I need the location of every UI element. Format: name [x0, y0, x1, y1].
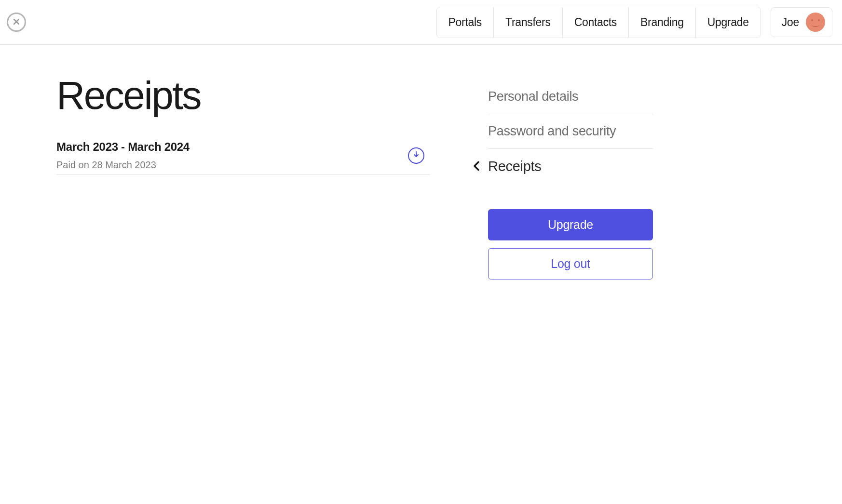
- sidebar-item-receipts[interactable]: Receipts: [488, 149, 653, 184]
- receipt-info: March 2023 - March 2024 Paid on 28 March…: [56, 140, 408, 171]
- content: Receipts March 2023 - March 2024 Paid on…: [0, 45, 842, 279]
- user-name: Joe: [782, 16, 799, 29]
- logout-button[interactable]: Log out: [488, 248, 653, 279]
- nav-upgrade[interactable]: Upgrade: [696, 7, 761, 38]
- download-receipt-button[interactable]: [408, 147, 424, 164]
- nav-portals[interactable]: Portals: [437, 7, 494, 38]
- download-icon: [413, 151, 420, 159]
- receipt-row: March 2023 - March 2024 Paid on 28 March…: [56, 140, 430, 175]
- sidebar-item-label: Password and security: [488, 124, 616, 138]
- sidebar-item-label: Receipts: [488, 159, 541, 174]
- settings-sidebar: Personal details Password and security R…: [488, 74, 653, 279]
- close-button[interactable]: [7, 13, 26, 32]
- chevron-left-icon: [473, 159, 480, 174]
- nav-transfers[interactable]: Transfers: [494, 7, 563, 38]
- header-right: Portals Transfers Contacts Branding Upgr…: [436, 7, 832, 38]
- sidebar-buttons: Upgrade Log out: [488, 209, 653, 279]
- upgrade-button[interactable]: Upgrade: [488, 209, 653, 240]
- user-menu[interactable]: Joe: [771, 7, 832, 37]
- main-column: Receipts March 2023 - March 2024 Paid on…: [56, 74, 430, 279]
- receipt-period: March 2023 - March 2024: [56, 140, 408, 154]
- main-nav: Portals Transfers Contacts Branding Upgr…: [436, 7, 761, 38]
- sidebar-item-label: Personal details: [488, 89, 578, 104]
- header: Portals Transfers Contacts Branding Upgr…: [0, 0, 842, 45]
- nav-branding[interactable]: Branding: [629, 7, 696, 38]
- sidebar-item-personal-details[interactable]: Personal details: [488, 80, 653, 114]
- close-icon: [13, 18, 20, 27]
- receipt-paid-date: Paid on 28 March 2023: [56, 159, 408, 171]
- avatar: [806, 13, 825, 32]
- sidebar-item-password-security[interactable]: Password and security: [488, 114, 653, 149]
- page-title: Receipts: [56, 74, 430, 117]
- nav-contacts[interactable]: Contacts: [563, 7, 629, 38]
